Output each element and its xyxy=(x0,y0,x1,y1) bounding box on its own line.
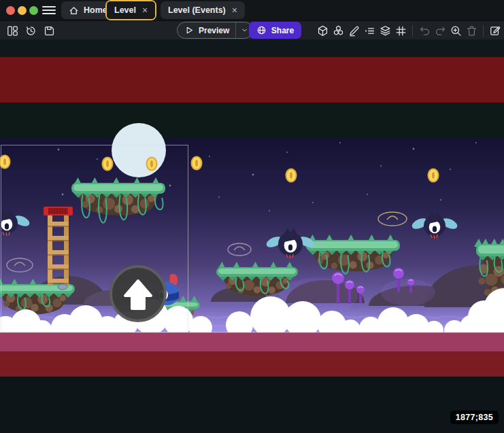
moon[interactable] xyxy=(112,123,166,177)
layers-button[interactable] xyxy=(377,23,392,38)
undo-button[interactable] xyxy=(417,23,432,38)
grid-button[interactable] xyxy=(393,23,408,38)
share-button[interactable]: Share xyxy=(249,22,301,39)
scene-editor-canvas[interactable]: 1877;835 xyxy=(0,39,504,433)
tab-close-icon[interactable]: × xyxy=(232,5,237,15)
chevron-down-icon xyxy=(241,27,248,34)
star xyxy=(367,194,368,195)
hamburger-icon xyxy=(42,6,56,7)
titlebar: Home Level × Level (Events) × xyxy=(0,0,504,20)
save-button[interactable] xyxy=(41,23,56,38)
share-label: Share xyxy=(271,26,294,35)
coin[interactable] xyxy=(191,156,203,171)
star xyxy=(252,174,254,176)
history-icon xyxy=(24,24,37,37)
edit-scene-icon xyxy=(489,24,502,37)
star xyxy=(97,158,98,160)
cursor-coordinates: 1877;835 xyxy=(450,411,499,424)
tab-level-highlight: Level × xyxy=(105,0,156,20)
properties-button[interactable] xyxy=(346,23,361,38)
properties-icon xyxy=(348,24,360,37)
star xyxy=(312,202,314,203)
toolbar-left-group xyxy=(5,23,56,38)
preview-split-button: Preview xyxy=(177,22,253,39)
toolbar: Preview Share xyxy=(0,20,504,39)
history-button[interactable] xyxy=(23,23,38,38)
toolbar-separator xyxy=(412,25,413,37)
play-icon xyxy=(185,26,194,35)
star xyxy=(218,196,220,198)
zoom-in-icon xyxy=(450,24,463,37)
tab-label: Home xyxy=(84,5,107,15)
object-groups-icon xyxy=(332,24,345,37)
star xyxy=(269,210,270,211)
background-band xyxy=(0,39,504,57)
redo-button[interactable] xyxy=(433,23,448,38)
star xyxy=(286,152,288,153)
foreground-band xyxy=(0,332,504,351)
background-band xyxy=(0,103,504,138)
star xyxy=(440,199,441,201)
toolbar-separator xyxy=(483,25,484,37)
traffic-lights xyxy=(6,6,38,15)
tab-level[interactable]: Level × xyxy=(107,1,155,19)
globe-icon xyxy=(256,25,267,35)
coin[interactable] xyxy=(146,157,158,171)
foreground-band xyxy=(0,351,504,377)
foreground-band xyxy=(0,377,504,433)
project-manager-icon xyxy=(6,24,19,37)
minimize-window-button[interactable] xyxy=(18,6,27,15)
close-window-button[interactable] xyxy=(6,6,15,15)
grid-icon xyxy=(394,24,407,37)
coin[interactable] xyxy=(286,169,297,183)
tab-level-events[interactable]: Level (Events) × xyxy=(161,1,245,19)
expand-window-button[interactable] xyxy=(29,6,38,15)
instances-list-icon xyxy=(363,24,376,37)
layers-icon xyxy=(379,24,392,37)
coin[interactable] xyxy=(102,157,114,171)
star xyxy=(169,185,171,187)
preview-label: Preview xyxy=(199,26,229,35)
objects-panel-button[interactable] xyxy=(315,23,330,38)
undo-icon xyxy=(418,24,431,37)
zoom-in-button[interactable] xyxy=(448,23,463,38)
home-icon xyxy=(69,5,79,16)
preview-button[interactable]: Preview xyxy=(178,26,235,35)
tab-label: Level (Events) xyxy=(168,5,226,15)
redo-icon xyxy=(434,24,447,37)
star xyxy=(58,149,60,151)
project-manager-button[interactable] xyxy=(5,23,20,38)
save-icon xyxy=(43,24,56,37)
tab-label: Level xyxy=(114,5,136,15)
instances-list-button[interactable] xyxy=(362,23,377,38)
objects-icon xyxy=(316,24,329,37)
star xyxy=(380,165,382,167)
coin[interactable] xyxy=(428,169,439,183)
delete-button[interactable] xyxy=(464,23,479,38)
background-band xyxy=(0,57,504,103)
tab-close-icon[interactable]: × xyxy=(142,5,148,15)
star xyxy=(450,169,451,170)
edit-scene-button[interactable] xyxy=(488,23,503,38)
star xyxy=(339,142,341,143)
star xyxy=(62,194,64,196)
star xyxy=(475,142,477,143)
touch-arrow-button[interactable] xyxy=(111,266,165,321)
toolbar-right-group xyxy=(315,23,503,38)
star xyxy=(209,156,210,157)
trash-icon xyxy=(465,24,478,37)
scene-render xyxy=(0,39,504,433)
object-groups-button[interactable] xyxy=(331,23,346,38)
main-menu-button[interactable] xyxy=(40,3,58,18)
star xyxy=(413,148,415,150)
